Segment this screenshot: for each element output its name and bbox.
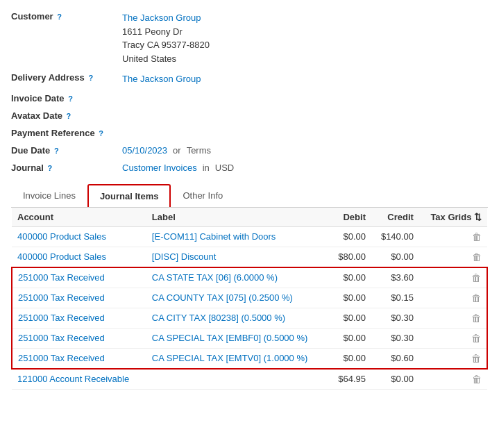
or-label: or bbox=[173, 145, 181, 156]
journal-help-icon[interactable]: ? bbox=[48, 164, 53, 172]
journal-label: Journal ? bbox=[11, 163, 122, 173]
table-header-row: Account Label Debit Credit Tax Grids ⇅ bbox=[12, 208, 487, 227]
cell-debit: $0.00 bbox=[329, 348, 371, 369]
delete-icon[interactable]: 🗑 bbox=[471, 292, 481, 304]
tab-other-info[interactable]: Other Info bbox=[171, 184, 235, 207]
cell-label: CA SPECIAL TAX [EMTV0] (1.0000 %) bbox=[146, 348, 329, 369]
delete-icon[interactable]: 🗑 bbox=[472, 231, 482, 242]
cell-debit: $0.00 bbox=[329, 308, 371, 328]
col-debit: Debit bbox=[329, 208, 371, 227]
invoice-date-help-icon[interactable]: ? bbox=[68, 94, 73, 103]
cell-account[interactable]: 400000 Product Sales bbox=[12, 226, 146, 247]
cell-label: CA COUNTY TAX [075] (0.2500 %) bbox=[146, 288, 329, 308]
cell-actions: 🗑 bbox=[419, 267, 487, 288]
journal-field: Journal ? Customer Invoices in USD bbox=[11, 163, 488, 173]
delete-icon[interactable]: 🗑 bbox=[472, 251, 482, 263]
in-label: in bbox=[203, 163, 210, 173]
col-label: Label bbox=[146, 208, 329, 227]
tab-invoice-lines[interactable]: Invoice Lines bbox=[11, 184, 87, 207]
cell-label: CA CITY TAX [80238] (0.5000 %) bbox=[146, 308, 329, 328]
payment-reference-field: Payment Reference ? bbox=[11, 128, 488, 138]
avatax-date-field: Avatax Date ? bbox=[11, 110, 488, 121]
customer-field: Customer ? The Jackson Group 1611 Peony … bbox=[11, 11, 488, 65]
cell-label: [DISC] Discount bbox=[146, 247, 329, 267]
tab-journal-items[interactable]: Journal Items bbox=[87, 184, 171, 207]
delete-icon[interactable]: 🗑 bbox=[471, 353, 481, 364]
tab-bar: Invoice Lines Journal Items Other Info bbox=[11, 184, 488, 208]
due-date-row: 05/10/2023 or Terms bbox=[122, 145, 211, 156]
delivery-address-field: Delivery Address ? The Jackson Group bbox=[11, 72, 488, 86]
cell-credit: $0.30 bbox=[371, 328, 419, 348]
cell-debit: $0.00 bbox=[329, 267, 371, 288]
cell-account[interactable]: 251000 Tax Received bbox=[12, 328, 146, 348]
delete-icon[interactable]: 🗑 bbox=[472, 374, 482, 385]
cell-actions: 🗑 bbox=[419, 247, 487, 267]
invoice-date-field: Invoice Date ? bbox=[11, 93, 488, 103]
customer-address2: Tracy CA 95377-8820 bbox=[122, 38, 210, 52]
delete-icon[interactable]: 🗑 bbox=[471, 313, 481, 324]
delete-icon[interactable]: 🗑 bbox=[471, 272, 481, 283]
cell-account[interactable]: 251000 Tax Received bbox=[12, 348, 146, 369]
col-tax-grids: Tax Grids ⇅ bbox=[419, 208, 487, 227]
table-row: 251000 Tax ReceivedCA SPECIAL TAX [EMTV0… bbox=[12, 348, 487, 369]
payment-ref-help-icon[interactable]: ? bbox=[99, 129, 103, 138]
journal-items-table: Account Label Debit Credit Tax Grids ⇅ 4… bbox=[11, 208, 488, 390]
invoice-date-label: Invoice Date ? bbox=[11, 93, 122, 103]
avatax-date-help-icon[interactable]: ? bbox=[67, 112, 71, 120]
terms-label[interactable]: Terms bbox=[187, 145, 211, 156]
cell-actions: 🗑 bbox=[419, 348, 487, 369]
cell-credit: $0.00 bbox=[371, 369, 419, 390]
avatax-date-label: Avatax Date ? bbox=[11, 110, 122, 121]
journal-items-table-wrapper: Account Label Debit Credit Tax Grids ⇅ 4… bbox=[11, 208, 488, 390]
delivery-label: Delivery Address ? bbox=[11, 72, 122, 83]
cell-actions: 🗑 bbox=[419, 288, 487, 308]
customer-address3: United States bbox=[122, 52, 210, 66]
journal-value[interactable]: Customer Invoices bbox=[122, 163, 197, 173]
cell-label: [E-COM11] Cabinet with Doors bbox=[146, 226, 329, 247]
table-row: 121000 Account Receivable$64.95$0.00🗑 bbox=[12, 369, 487, 390]
cell-credit: $0.30 bbox=[371, 308, 419, 328]
customer-value: The Jackson Group 1611 Peony Dr Tracy CA… bbox=[122, 11, 210, 65]
delivery-help-icon[interactable]: ? bbox=[88, 74, 93, 82]
table-row: 251000 Tax ReceivedCA CITY TAX [80238] (… bbox=[12, 308, 487, 328]
cell-actions: 🗑 bbox=[419, 369, 487, 390]
currency-label: USD bbox=[215, 163, 234, 173]
due-date-help-icon[interactable]: ? bbox=[54, 147, 59, 155]
table-row: 251000 Tax ReceivedCA COUNTY TAX [075] (… bbox=[12, 288, 487, 308]
cell-label: CA STATE TAX [06] (6.0000 %) bbox=[146, 267, 329, 288]
cell-credit: $140.00 bbox=[371, 226, 419, 247]
table-row: 251000 Tax ReceivedCA STATE TAX [06] (6.… bbox=[12, 267, 487, 288]
cell-actions: 🗑 bbox=[419, 308, 487, 328]
cell-account[interactable]: 400000 Product Sales bbox=[12, 247, 146, 267]
cell-label bbox=[146, 369, 329, 390]
customer-label: Customer ? bbox=[11, 11, 122, 22]
cell-debit: $0.00 bbox=[329, 288, 371, 308]
delete-icon[interactable]: 🗑 bbox=[471, 333, 481, 344]
cell-debit: $64.95 bbox=[329, 369, 371, 390]
customer-address1: 1611 Peony Dr bbox=[122, 25, 210, 39]
due-date-label: Due Date ? bbox=[11, 145, 122, 156]
cell-debit: $0.00 bbox=[329, 226, 371, 247]
delivery-value[interactable]: The Jackson Group bbox=[122, 72, 201, 86]
cell-account[interactable]: 251000 Tax Received bbox=[12, 308, 146, 328]
col-credit: Credit bbox=[371, 208, 419, 227]
cell-actions: 🗑 bbox=[419, 328, 487, 348]
cell-credit: $0.15 bbox=[371, 288, 419, 308]
table-row: 251000 Tax ReceivedCA SPECIAL TAX [EMBF0… bbox=[12, 328, 487, 348]
journal-row: Customer Invoices in USD bbox=[122, 163, 234, 173]
table-row: 400000 Product Sales[E-COM11] Cabinet wi… bbox=[12, 226, 487, 247]
cell-label: CA SPECIAL TAX [EMBF0] (0.5000 %) bbox=[146, 328, 329, 348]
cell-account[interactable]: 251000 Tax Received bbox=[12, 288, 146, 308]
cell-credit: $0.00 bbox=[371, 247, 419, 267]
cell-account[interactable]: 251000 Tax Received bbox=[12, 267, 146, 288]
due-date-value[interactable]: 05/10/2023 bbox=[122, 145, 167, 156]
cell-actions: 🗑 bbox=[419, 226, 487, 247]
payment-reference-label: Payment Reference ? bbox=[11, 128, 122, 138]
filter-icon[interactable]: ⇅ bbox=[474, 212, 482, 222]
cell-account[interactable]: 121000 Account Receivable bbox=[12, 369, 146, 390]
cell-debit: $0.00 bbox=[329, 328, 371, 348]
cell-credit: $0.60 bbox=[371, 348, 419, 369]
customer-help-icon[interactable]: ? bbox=[57, 13, 62, 21]
cell-debit: $80.00 bbox=[329, 247, 371, 267]
customer-name[interactable]: The Jackson Group bbox=[122, 11, 210, 25]
